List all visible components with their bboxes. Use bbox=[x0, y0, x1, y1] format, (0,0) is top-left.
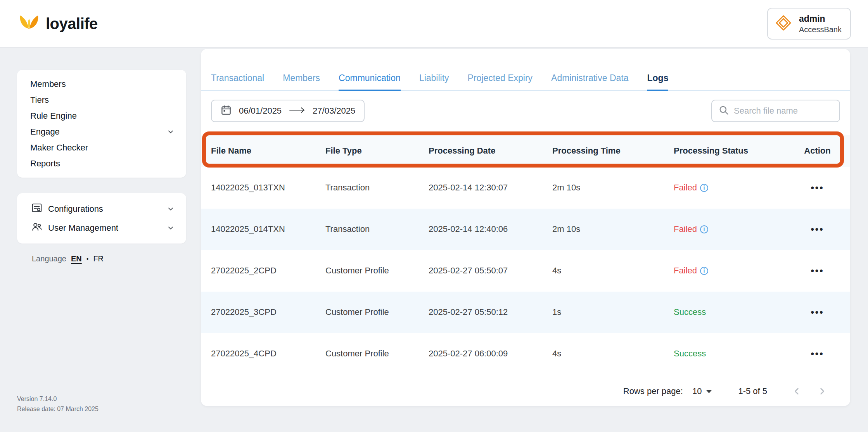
more-actions-button[interactable]: ••• bbox=[811, 224, 824, 234]
cell-file-name: 14022025_014TXN bbox=[211, 224, 325, 234]
sidebar-nav-item[interactable]: Tiers bbox=[17, 92, 186, 108]
column-header-processing-date: Processing Date bbox=[429, 146, 552, 156]
cell-processing-status: Success bbox=[674, 307, 802, 317]
tab-label: Projected Expiry bbox=[468, 73, 533, 83]
more-actions-button[interactable]: ••• bbox=[811, 265, 824, 276]
cell-processing-date: 2025-02-27 06:00:09 bbox=[429, 349, 552, 359]
sidebar-nav-item[interactable]: Engage bbox=[17, 124, 186, 140]
rows-per-page-value: 10 bbox=[692, 386, 702, 396]
table-row: 14022025_014TXN Transaction 2025-02-14 1… bbox=[201, 209, 850, 250]
search-input[interactable] bbox=[734, 106, 833, 116]
cell-file-type: Customer Profile bbox=[325, 349, 429, 359]
cell-action: ••• bbox=[802, 265, 840, 276]
accessbank-diamond-icon bbox=[773, 12, 794, 35]
tab[interactable]: Liability bbox=[419, 73, 449, 91]
filters-row: 06/01/2025 27/03/2025 bbox=[201, 91, 850, 122]
info-icon[interactable] bbox=[700, 225, 708, 233]
sidebar-nav: Members Tiers Rule Engine Engage Maker C… bbox=[17, 70, 186, 178]
cell-file-type: Customer Profile bbox=[325, 307, 429, 317]
tab-bar: Transactional Members Communication Liab… bbox=[201, 49, 850, 91]
cell-action: ••• bbox=[802, 307, 840, 318]
configurations-icon bbox=[31, 202, 43, 216]
caret-down-icon bbox=[706, 390, 712, 393]
language-separator-dot: • bbox=[86, 256, 89, 263]
tab[interactable]: Members bbox=[283, 73, 320, 91]
date-range-picker[interactable]: 06/01/2025 27/03/2025 bbox=[211, 100, 365, 122]
more-actions-button[interactable]: ••• bbox=[811, 307, 824, 317]
cell-processing-status: Failed bbox=[674, 224, 802, 234]
more-actions-button[interactable]: ••• bbox=[811, 348, 824, 359]
column-header-file-name: File Name bbox=[211, 146, 325, 156]
info-icon[interactable] bbox=[700, 267, 708, 275]
pagination-range: 1-5 of 5 bbox=[738, 386, 767, 396]
tab[interactable]: Administrative Data bbox=[551, 73, 628, 91]
account-username: admin bbox=[799, 14, 842, 24]
sidebar-nav-item-label: Rule Engine bbox=[30, 111, 77, 121]
tab[interactable]: Communication bbox=[339, 73, 401, 91]
account-texts: admin AccessBank bbox=[799, 14, 842, 34]
sidebar-nav-item-label: Members bbox=[30, 79, 66, 89]
tab-label: Members bbox=[283, 73, 320, 83]
tab[interactable]: Projected Expiry bbox=[468, 73, 533, 91]
rows-per-page-select[interactable]: 10 bbox=[692, 386, 712, 396]
sidebar-nav-item[interactable]: Rule Engine bbox=[17, 108, 186, 124]
table-row: 27022025_4CPD Customer Profile 2025-02-2… bbox=[201, 333, 850, 375]
language-option-en[interactable]: EN bbox=[71, 254, 82, 263]
cell-processing-time: 2m 10s bbox=[552, 224, 674, 234]
sidebar-config: Configurations User Management bbox=[17, 193, 186, 244]
tab[interactable]: Transactional bbox=[211, 73, 264, 91]
cell-processing-status: Failed bbox=[674, 266, 802, 276]
sidebar-nav-item[interactable]: Reports bbox=[17, 156, 186, 171]
arrow-right-icon bbox=[289, 106, 306, 116]
cell-action: ••• bbox=[802, 182, 840, 193]
tab[interactable]: Logs bbox=[647, 73, 668, 91]
cell-processing-status: Failed bbox=[674, 183, 802, 193]
cell-processing-time: 2m 10s bbox=[552, 183, 674, 193]
loyalife-flower-icon bbox=[17, 13, 41, 34]
cell-action: ••• bbox=[802, 348, 840, 359]
brand-logo-text: loyalife bbox=[46, 15, 98, 33]
chevron-left-icon bbox=[792, 386, 802, 397]
logs-table-header: File Name File Type Processing Date Proc… bbox=[201, 135, 850, 167]
cell-file-type: Customer Profile bbox=[325, 266, 429, 276]
logs-table: File Name File Type Processing Date Proc… bbox=[201, 135, 850, 375]
column-header-processing-time: Processing Time bbox=[552, 146, 674, 156]
column-header-file-type: File Type bbox=[325, 146, 429, 156]
cell-processing-time: 4s bbox=[552, 349, 674, 359]
previous-page-button[interactable] bbox=[790, 385, 804, 398]
more-actions-button[interactable]: ••• bbox=[811, 182, 824, 193]
search-box bbox=[711, 100, 840, 122]
rows-per-page-label: Rows per page: bbox=[623, 386, 683, 396]
cell-processing-date: 2025-02-27 05:50:07 bbox=[429, 266, 552, 276]
sidebar-nav-item[interactable]: Maker Checker bbox=[17, 140, 186, 156]
chevron-right-icon bbox=[816, 386, 827, 397]
cell-processing-date: 2025-02-27 05:50:12 bbox=[429, 307, 552, 317]
column-header-action: Action bbox=[802, 146, 840, 156]
sidebar-nav-item-label: Reports bbox=[30, 159, 60, 169]
language-option-fr[interactable]: FR bbox=[93, 254, 104, 263]
cell-processing-time: 4s bbox=[552, 266, 674, 276]
date-from-value: 06/01/2025 bbox=[239, 106, 282, 116]
status-text: Failed bbox=[674, 224, 697, 234]
language-label: Language bbox=[32, 254, 66, 263]
table-row: 27022025_2CPD Customer Profile 2025-02-2… bbox=[201, 250, 850, 292]
logs-table-body: 14022025_013TXN Transaction 2025-02-14 1… bbox=[201, 167, 850, 375]
chevron-down-icon bbox=[167, 224, 175, 232]
next-page-button[interactable] bbox=[815, 385, 828, 398]
sidebar-nav-item-label: Maker Checker bbox=[30, 143, 88, 153]
info-icon[interactable] bbox=[700, 184, 708, 192]
sidebar-nav-item[interactable]: Members bbox=[17, 76, 186, 92]
account-menu[interactable]: admin AccessBank bbox=[767, 8, 851, 40]
sidebar-nav-item-label: Tiers bbox=[30, 95, 49, 105]
sidebar-item-configurations[interactable]: Configurations bbox=[17, 199, 186, 218]
calendar-icon bbox=[220, 104, 232, 118]
cell-processing-date: 2025-02-14 12:40:06 bbox=[429, 224, 552, 234]
version-number: Version 7.14.0 bbox=[17, 394, 99, 404]
tab-label: Administrative Data bbox=[551, 73, 628, 83]
column-header-processing-status: Processing Status bbox=[674, 146, 802, 156]
release-date: Release date: 07 March 2025 bbox=[17, 404, 99, 414]
sidebar-item-user-management[interactable]: User Management bbox=[17, 218, 186, 237]
cell-action: ••• bbox=[802, 224, 840, 235]
brand-logo[interactable]: loyalife bbox=[17, 13, 98, 34]
cell-file-name: 27022025_4CPD bbox=[211, 349, 325, 359]
